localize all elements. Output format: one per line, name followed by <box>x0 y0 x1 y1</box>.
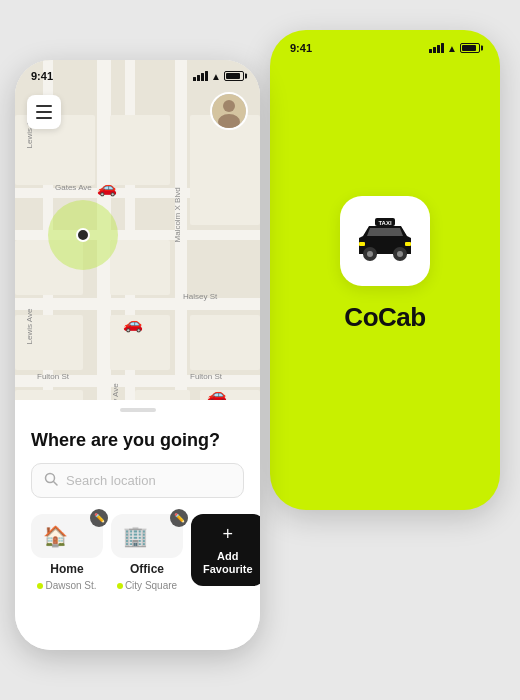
office-icon: 🏢 <box>123 524 148 548</box>
home-address-text: Dawson St. <box>45 580 96 591</box>
bottom-sheet: Where are you going? Search location 🏠 <box>15 400 260 650</box>
add-favourite-label: AddFavourite <box>203 550 253 576</box>
hamburger-line2 <box>36 111 52 113</box>
search-placeholder: Search location <box>66 473 156 488</box>
block9 <box>15 390 83 400</box>
svg-point-5 <box>397 251 403 257</box>
status-bar-right: 9:41 ▲ <box>270 30 500 58</box>
office-name: Office <box>130 562 164 576</box>
profile-avatar[interactable] <box>210 92 248 130</box>
office-address-dot <box>117 583 123 589</box>
car-marker-3: 🚗 <box>207 385 227 400</box>
wifi-icon-left: ▲ <box>211 71 221 82</box>
road-label-troy: Troy Ave <box>111 383 120 400</box>
status-icons-right: ▲ <box>429 43 480 54</box>
status-bar-left: 9:41 ▲ <box>15 60 260 86</box>
hamburger-line3 <box>36 117 52 119</box>
search-icon <box>44 472 58 489</box>
office-address-text: City Square <box>125 580 177 591</box>
svg-rect-7 <box>405 242 411 246</box>
svg-rect-6 <box>359 242 365 246</box>
car-marker-1: 🚗 <box>97 178 117 197</box>
car-marker-2: 🚗 <box>123 314 143 333</box>
road-label-gates: Gates Ave <box>55 183 92 192</box>
road-label-fulton2: Fulton St <box>190 372 222 381</box>
search-box[interactable]: Search location <box>31 463 244 498</box>
road-label-lewis2: Lewis Ave <box>25 309 34 345</box>
wifi-icon: ▲ <box>447 43 457 54</box>
home-card[interactable]: 🏠 ✏️ <box>31 514 103 558</box>
battery-icon-left <box>224 71 244 81</box>
map-area: Lewis Ave Gates Ave Malcolm X Blvd Halse… <box>15 60 260 400</box>
svg-text:TAXI: TAXI <box>378 220 392 226</box>
home-icon: 🏠 <box>43 524 68 548</box>
place-item-home: 🏠 ✏️ Home Dawson St. <box>31 514 103 591</box>
block3 <box>190 115 260 225</box>
phone-right: 9:41 ▲ TAXI <box>270 30 500 510</box>
svg-point-9 <box>223 100 235 112</box>
road-label-fulton1: Fulton St <box>37 372 69 381</box>
battery-icon <box>460 43 480 53</box>
cab-icon: TAXI <box>355 216 415 266</box>
gps-dot <box>76 228 90 242</box>
office-card[interactable]: 🏢 ✏️ <box>111 514 183 558</box>
place-item-office: 🏢 ✏️ Office City Square <box>111 514 183 591</box>
logo-area: TAXI CoCab <box>340 58 430 510</box>
app-name: CoCab <box>344 302 425 333</box>
home-address-dot <box>37 583 43 589</box>
road-label-halsey: Halsey St <box>183 292 217 301</box>
signal-icon-left <box>193 71 208 81</box>
home-address: Dawson St. <box>37 580 96 591</box>
office-edit-btn[interactable]: ✏️ <box>170 509 188 527</box>
status-icons-left: ▲ <box>193 71 244 82</box>
avatar-image <box>212 94 246 128</box>
block8 <box>190 315 260 370</box>
sheet-handle <box>120 408 156 412</box>
home-edit-btn[interactable]: ✏️ <box>90 509 108 527</box>
time-right: 9:41 <box>290 42 312 54</box>
road-label-malcolm: Malcolm X Blvd <box>173 187 182 242</box>
saved-places: 🏠 ✏️ Home Dawson St. 🏢 ✏️ Office <box>31 514 244 591</box>
place-item-add[interactable]: + AddFavourite <box>191 514 260 591</box>
time-left: 9:41 <box>31 70 53 82</box>
block10 <box>135 390 190 400</box>
scene: 9:41 ▲ TAXI <box>0 0 520 700</box>
block5 <box>110 240 170 295</box>
hamburger-line1 <box>36 105 52 107</box>
svg-line-12 <box>54 482 58 486</box>
svg-point-3 <box>367 251 373 257</box>
block2 <box>110 115 170 185</box>
signal-icon <box>429 43 444 53</box>
where-heading: Where are you going? <box>31 430 244 451</box>
menu-button[interactable] <box>27 95 61 129</box>
app-icon-box: TAXI <box>340 196 430 286</box>
phone-left: 9:41 ▲ <box>15 60 260 650</box>
add-favourite-button[interactable]: + AddFavourite <box>191 514 260 586</box>
home-name: Home <box>50 562 83 576</box>
add-fav-plus-icon: + <box>223 524 234 546</box>
office-address: City Square <box>117 580 177 591</box>
